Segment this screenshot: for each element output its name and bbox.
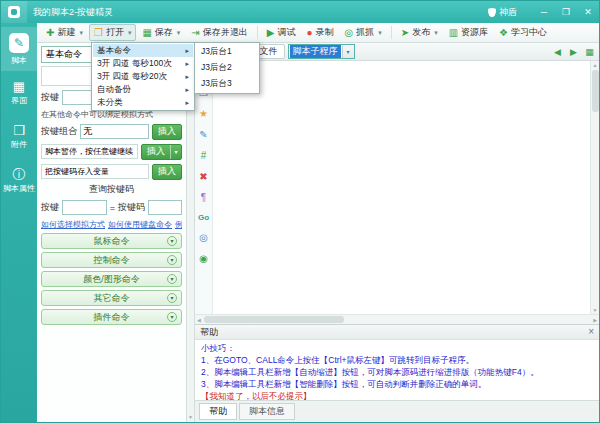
code-editor-canvas[interactable] <box>213 61 590 314</box>
favorite-icon[interactable]: ★ <box>197 109 211 119</box>
editor-vscrollbar[interactable]: ▲ ▼ <box>590 61 599 314</box>
dropdown-arrow-icon[interactable]: ▾ <box>434 29 438 37</box>
editor-tool-strip: ☻ ❐ ★ ✎ # ✖ ¶ Go ◎ ◉ <box>195 61 213 314</box>
titlebar: 我的脚本2-按键精灵 神盾 ─ ❐ ✕ <box>1 1 599 23</box>
menu-item-uncategorized[interactable]: 未分类 ▸ <box>93 96 193 109</box>
goto-icon[interactable]: Go <box>197 214 211 222</box>
dropdown-arrow-icon[interactable]: ▾ <box>170 145 181 159</box>
resource-library-button[interactable]: ▥ 资源库 <box>444 24 493 41</box>
info-icon: ⓘ <box>13 168 26 181</box>
save-exit-button[interactable]: ⇥ 保存并退出 <box>186 24 252 41</box>
sidebar-item-attachment[interactable]: ❒ 附件 <box>1 115 37 159</box>
example-link[interactable]: 例子 <box>175 219 182 230</box>
help-panel: 帮助 × 小技巧： 1、在GOTO、CALL命令上按住【Ctrl+鼠标左键】可跳… <box>195 324 599 400</box>
scroll-down-icon[interactable]: ▼ <box>188 414 193 420</box>
submenu-item-j3-2[interactable]: J3后台2 <box>196 60 258 76</box>
menu-item-3kai-100[interactable]: 3开 四道 每秒100次 ▸ <box>93 57 193 70</box>
editor-area: ▤ ▦ ▤ 源文件 脚本子程序 ▾ ◀ ▶ ▦ <box>195 43 599 422</box>
control-commands-button[interactable]: 控制命令 ▾ <box>41 252 182 268</box>
bottom-tabbar: 帮助 脚本信息 <box>195 400 599 422</box>
shield-button[interactable]: 神盾 <box>488 6 517 19</box>
save-button[interactable]: ▦ 保存 ▾ <box>137 24 185 41</box>
expand-icon: ▾ <box>167 236 177 246</box>
query-key-input[interactable] <box>62 200 107 215</box>
find-icon[interactable]: ◎ <box>197 233 211 243</box>
sidebar-item-interface[interactable]: ▦ 界面 <box>1 71 37 115</box>
insert-pause-button[interactable]: 插入 ▾ <box>141 144 182 160</box>
layout-toggle-icon[interactable]: ▦ <box>583 47 596 57</box>
insert-combo-button[interactable]: 插入 <box>152 124 182 140</box>
submenu-arrow-icon: ▸ <box>185 60 189 68</box>
dropdown-arrow-icon[interactable]: ▾ <box>128 29 132 37</box>
smart-delete-icon[interactable]: ✖ <box>197 172 211 182</box>
toolbar-separator <box>257 26 258 39</box>
menu-item-basic-commands[interactable]: 基本命令 ▸ <box>93 44 193 57</box>
dismiss-tips-link[interactable]: 【我知道了，以后不必提示】 <box>201 390 593 400</box>
query-keycode-title: 查询按键码 <box>41 183 182 196</box>
open-submenu: J3后台1 J3后台2 J3后台3 <box>194 42 260 94</box>
menu-item-3kai-20[interactable]: 3开 四道 每秒20次 ▸ <box>93 70 193 83</box>
sidebar-item-properties[interactable]: ⓘ 脚本属性 <box>1 159 37 203</box>
app-window: 我的脚本2-按键精灵 神盾 ─ ❐ ✕ ✎ 脚本 ▦ 界面 ❒ 附件 ⓘ <box>0 0 600 423</box>
grab-button[interactable]: ◎ 抓抓 ▾ <box>340 24 387 41</box>
query-code-output[interactable] <box>148 200 182 215</box>
sidebar-item-script[interactable]: ✎ 脚本 <box>1 27 37 71</box>
tab-script-info[interactable]: 脚本信息 <box>239 403 295 420</box>
plugin-commands-button[interactable]: 插件命令 ▾ <box>41 309 182 325</box>
vscroll-thumb[interactable] <box>592 70 599 112</box>
dropdown-arrow-icon[interactable]: ▾ <box>177 29 181 37</box>
close-icon[interactable]: × <box>588 327 594 337</box>
simulation-help-link[interactable]: 如何选择模拟方式 <box>41 219 105 230</box>
app-logo-icon <box>1 1 27 23</box>
preview-icon[interactable]: ◉ <box>197 254 211 264</box>
edit-icon[interactable]: ✎ <box>197 130 211 140</box>
other-commands-button[interactable]: 其它命令 ▾ <box>41 290 182 306</box>
submenu-item-j3-3[interactable]: J3后台3 <box>196 76 258 92</box>
editor-hscrollbar[interactable]: ◀ ▶ <box>195 314 599 324</box>
nav-forward-icon[interactable]: ▶ <box>567 47 580 57</box>
scroll-down-icon[interactable]: ▼ <box>593 307 598 313</box>
scroll-left-icon[interactable]: ◀ <box>197 317 201 323</box>
comment-icon[interactable]: ¶ <box>197 193 211 203</box>
keyboard-help-link[interactable]: 如何使用键盘命令 <box>108 219 172 230</box>
submenu-arrow-icon: ▸ <box>185 47 189 55</box>
sidebar: ✎ 脚本 ▦ 界面 ❒ 附件 ⓘ 脚本属性 <box>1 23 37 422</box>
record-button[interactable]: ● 录制 <box>301 24 338 41</box>
save-icon: ▦ <box>142 28 151 38</box>
subroutine-combobox[interactable]: 脚本子程序 ▾ <box>288 44 355 59</box>
submenu-item-j3-1[interactable]: J3后台1 <box>196 44 258 60</box>
expand-icon: ▾ <box>167 293 177 303</box>
interface-icon: ▦ <box>13 80 25 93</box>
tip-line: 3、脚本编辑工具栏新增【智能删除】按钮，可自动判断并删除正确的单词。 <box>201 378 593 390</box>
menu-item-auto-backup[interactable]: 自动备份 ▸ <box>93 83 193 96</box>
close-button[interactable]: ✕ <box>577 1 599 23</box>
debug-button[interactable]: ▶ 调试 <box>262 24 301 41</box>
help-panel-body: 小技巧： 1、在GOTO、CALL命令上按住【Ctrl+鼠标左键】可跳转到目标子… <box>195 340 599 400</box>
maximize-button[interactable]: ❐ <box>555 1 577 23</box>
dropdown-arrow-icon[interactable]: ▾ <box>378 29 382 37</box>
dropdown-arrow-icon[interactable]: ▾ <box>79 29 83 37</box>
color-graphics-commands-button[interactable]: 颜色/图形命令 ▾ <box>41 271 182 287</box>
open-button[interactable]: ❐ 打开 ▾ <box>89 24 136 41</box>
grab-icon: ◎ <box>345 28 354 38</box>
scroll-right-icon[interactable]: ▶ <box>593 317 597 323</box>
mouse-commands-button[interactable]: 鼠标命令 ▾ <box>41 233 182 249</box>
equals-sign: = <box>110 203 115 213</box>
insert-store-button[interactable]: 插入 <box>152 164 182 180</box>
new-button[interactable]: ✚ 新建 ▾ <box>41 24 88 41</box>
main-toolbar: ✚ 新建 ▾ ❐ 打开 ▾ ▦ 保存 ▾ ⇥ 保存并退出 <box>37 23 599 43</box>
record-icon: ● <box>306 28 312 38</box>
scroll-up-icon[interactable]: ▲ <box>593 62 598 68</box>
chevron-down-icon[interactable]: ▾ <box>342 45 354 58</box>
nav-back-icon[interactable]: ◀ <box>551 47 564 57</box>
submenu-arrow-icon: ▸ <box>185 73 189 81</box>
minimize-button[interactable]: ─ <box>533 1 555 23</box>
hscroll-thumb[interactable] <box>204 316 344 323</box>
attachment-icon: ❒ <box>13 124 25 137</box>
store-keycode-label: 把按键码存入变量 <box>41 164 149 179</box>
key-combo-input[interactable] <box>80 124 149 139</box>
tab-help[interactable]: 帮助 <box>199 403 237 420</box>
auto-indent-icon[interactable]: # <box>197 151 211 161</box>
learning-center-button[interactable]: ❖ 学习中心 <box>494 24 552 41</box>
publish-button[interactable]: ➤ 发布 ▾ <box>396 24 443 41</box>
